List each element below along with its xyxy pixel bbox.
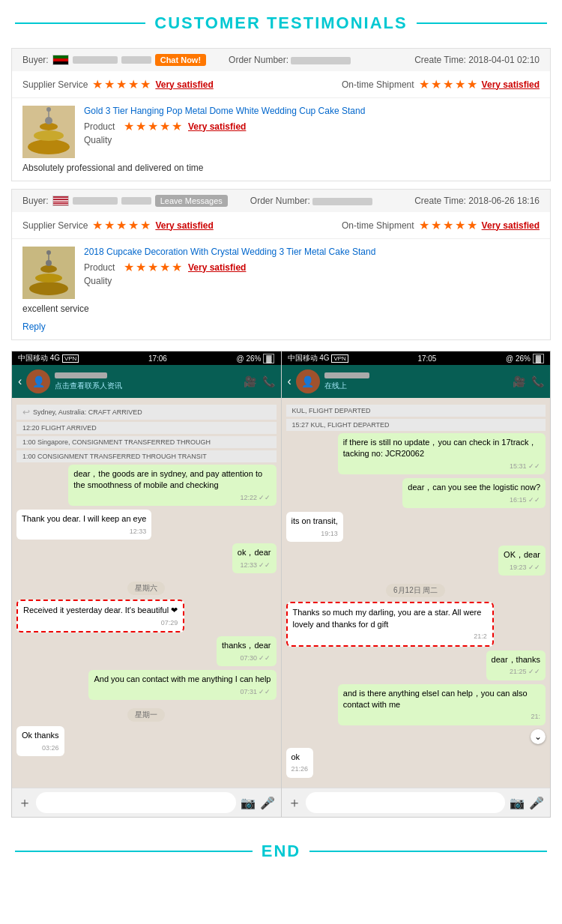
msg-time-7: 03:26 bbox=[22, 743, 59, 753]
chat-body-right: KUL, FLIGHT DEPARTED 15:27 KUL, FLIGHT D… bbox=[282, 398, 551, 788]
r-msg-received-2: ok 21:26 bbox=[286, 748, 314, 778]
chat-body-left: ↩ Sydney, Australia: CRAFT ARRIVED 12:20… bbox=[12, 398, 281, 788]
phone-icon-right[interactable]: 📞 bbox=[531, 375, 544, 387]
scroll-down-btn[interactable]: ⌄ bbox=[531, 729, 546, 744]
product-image-2 bbox=[22, 247, 75, 299]
svg-point-2 bbox=[34, 130, 64, 141]
pstar-4: ★ bbox=[160, 119, 170, 133]
back-btn-right[interactable]: ‹ bbox=[288, 375, 291, 388]
pstar-1: ★ bbox=[124, 119, 134, 133]
battery-left: @ 26% ▓ bbox=[236, 354, 274, 363]
r-msg-time-1: 15:31 ✓✓ bbox=[343, 462, 540, 471]
chat-panel-right: 中国移动 4G VPN 17:05 @ 26% ▓ ‹ 👤 在线上 🎥 📞 KU… bbox=[282, 351, 552, 818]
ontime-satisfied-2: Very satisfied bbox=[482, 220, 540, 231]
buyer-section-2: Buyer: Leave Messages bbox=[22, 195, 228, 207]
system-msg-4: 1:00 CONSIGNMENT TRANSFERRED THROUGH TRA… bbox=[16, 450, 277, 462]
create-section-1: Create Time: 2018-04-01 02:10 bbox=[414, 55, 540, 65]
r-msg-day-1: 6月12日 周二 bbox=[386, 584, 445, 597]
r-msg-time-3: 19:13 bbox=[291, 529, 338, 539]
time-right: 17:05 bbox=[417, 354, 436, 363]
status-bar-right: 中国移动 4G VPN 17:05 @ 26% ▓ bbox=[282, 351, 551, 365]
video-call-icon-right[interactable]: 🎥 bbox=[513, 375, 525, 387]
product-label-1: Product bbox=[84, 121, 118, 132]
chat-info-right: 在线上 bbox=[324, 372, 508, 391]
msg-time-6: 07:31 ✓✓ bbox=[94, 687, 271, 697]
msg-received-1: Thank you dear. I will keep an eye 12:33 bbox=[16, 510, 151, 540]
msg-received-2: Ok thanks 03:26 bbox=[16, 726, 64, 756]
quality-label-2: Quality bbox=[84, 276, 540, 286]
carrier-left: 中国移动 4G VPN bbox=[18, 353, 79, 363]
r-msg-sent-3: OK，dear 19:23 ✓✓ bbox=[498, 546, 546, 576]
page-header: CUSTOMER TESTIMONIALS bbox=[0, 0, 562, 40]
supplier-satisfied-2: Very satisfied bbox=[155, 220, 213, 231]
footer-line-left bbox=[15, 851, 253, 852]
product-satisfied-1: Very satisfied bbox=[188, 121, 246, 132]
product-row-2: 2018 Cupcake Decoration With Crystal Wed… bbox=[12, 239, 550, 299]
chat-input-right[interactable] bbox=[306, 792, 506, 813]
camera-icon-left[interactable]: 📷 bbox=[241, 796, 256, 810]
contact-name-blur-left bbox=[55, 372, 107, 378]
product-link-1[interactable]: Gold 3 Tier Hanging Pop Metal Dome White… bbox=[84, 106, 540, 116]
r-msg-sent-2: dear，can you see the logistic now? 16:15… bbox=[402, 478, 546, 508]
create-section-2: Create Time: 2018-06-26 18:16 bbox=[414, 196, 540, 206]
chat-header-right: ‹ 👤 在线上 🎥 📞 bbox=[282, 365, 551, 398]
svg-point-1 bbox=[28, 139, 70, 154]
reply-link-2[interactable]: Reply bbox=[12, 321, 550, 339]
product-details-1: Gold 3 Tier Hanging Pop Metal Dome White… bbox=[84, 106, 540, 158]
footer-line-right bbox=[309, 851, 547, 852]
r-msg-sent-5: and is there anything elseI can help，you… bbox=[338, 684, 546, 725]
supplier-stars-2: ★ ★ ★ ★ ★ bbox=[92, 218, 151, 232]
ontime-rating-2: On-time Shipment ★ ★ ★ ★ ★ Very satisfie… bbox=[342, 218, 540, 232]
chat-input-left[interactable] bbox=[36, 792, 236, 813]
supplier-service-rating-1: Supplier Service ★ ★ ★ ★ ★ Very satisfie… bbox=[22, 77, 214, 91]
product-row-1: Gold 3 Tier Hanging Pop Metal Dome White… bbox=[12, 98, 550, 158]
back-btn-left[interactable]: ‹ bbox=[18, 375, 22, 388]
buyer-row-1: Buyer: Chat Now! Order Number: Create Ti… bbox=[12, 49, 550, 71]
phone-icon-left[interactable]: 📞 bbox=[262, 375, 275, 387]
order-blur-1 bbox=[291, 57, 351, 64]
buyer-name-blur-2b bbox=[121, 197, 151, 205]
header-line-right bbox=[417, 22, 547, 24]
ratings-row-2: Supplier Service ★ ★ ★ ★ ★ Very satisfie… bbox=[12, 212, 550, 239]
create-time-2: 2018-06-26 18:16 bbox=[468, 196, 540, 206]
chat-footer-right: ＋ 📷 🎤 bbox=[282, 788, 551, 817]
page-title: CUSTOMER TESTIMONIALS bbox=[154, 13, 407, 33]
product-image-1 bbox=[22, 106, 75, 158]
leave-msg-btn-2[interactable]: Leave Messages bbox=[155, 195, 228, 207]
buyer-name-blur-1b bbox=[121, 56, 151, 64]
supplier-label-2: Supplier Service bbox=[22, 220, 88, 231]
chat-now-btn-1[interactable]: Chat Now! bbox=[155, 54, 206, 66]
product-label-2: Product bbox=[84, 262, 118, 273]
mic-icon-right[interactable]: 🎤 bbox=[529, 796, 544, 810]
ostar-4: ★ bbox=[455, 77, 465, 91]
add-attachment-icon-right[interactable]: ＋ bbox=[288, 794, 301, 812]
product-details-2: 2018 Cupcake Decoration With Crystal Wed… bbox=[84, 247, 540, 299]
ontime-label-2: On-time Shipment bbox=[342, 220, 414, 231]
msg-sent-3: thanks，dear 07:30 ✓✓ bbox=[217, 636, 276, 666]
ontime-satisfied-1: Very satisfied bbox=[482, 79, 540, 90]
msg-sent-4: And you can contact with me anything I c… bbox=[88, 670, 276, 700]
order-section-2: Order Number: bbox=[250, 196, 372, 206]
buyer-row-2: Buyer: Leave Messages Order Number: Crea… bbox=[12, 190, 550, 212]
product-link-2[interactable]: 2018 Cupcake Decoration With Crystal Wed… bbox=[84, 247, 540, 257]
chat-header-left: ‹ 👤 点击查看联系人资讯 🎥 📞 bbox=[12, 365, 281, 398]
r-msg-time-7: 21: bbox=[343, 712, 540, 722]
create-label-1: Create Time: bbox=[414, 55, 466, 65]
supplier-service-rating-2: Supplier Service ★ ★ ★ ★ ★ Very satisfie… bbox=[22, 218, 214, 232]
add-attachment-icon-left[interactable]: ＋ bbox=[18, 794, 31, 812]
carrier-right: 中国移动 4G VPN bbox=[288, 353, 348, 363]
contact-name-blur-right bbox=[324, 372, 369, 378]
battery-right: @ 26% ▓ bbox=[506, 354, 544, 363]
create-label-2: Create Time: bbox=[414, 196, 466, 206]
r-msg-dashed-1: Thanks so much my darling, you are a sta… bbox=[286, 602, 494, 646]
product-thumb-1 bbox=[22, 106, 75, 158]
video-call-icon-left[interactable]: 🎥 bbox=[244, 375, 256, 387]
star-2: ★ bbox=[104, 77, 115, 91]
msg-day-monday: 星期一 bbox=[127, 708, 165, 722]
r-msg-time-8: 21:26 bbox=[291, 764, 309, 774]
svg-point-6 bbox=[46, 107, 51, 112]
chat-footer-left: ＋ 📷 🎤 bbox=[12, 788, 281, 817]
mic-icon-left[interactable]: 🎤 bbox=[260, 796, 275, 810]
camera-icon-right[interactable]: 📷 bbox=[510, 796, 525, 810]
ostar-2: ★ bbox=[431, 77, 441, 91]
